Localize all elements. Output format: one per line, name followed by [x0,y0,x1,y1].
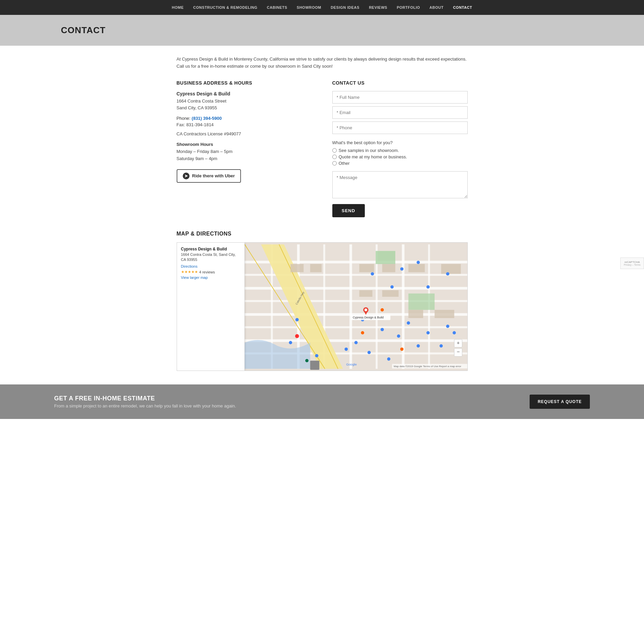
svg-rect-19 [376,251,395,264]
svg-point-48 [387,357,390,361]
nav-item-cabinets[interactable]: CABINETS [262,5,292,9]
svg-point-52 [345,348,348,351]
svg-rect-24 [382,264,395,272]
request-quote-button[interactable]: REQUEST A QUOTE [530,395,590,409]
nav-item-showroom[interactable]: SHOWROOM [292,5,326,9]
intro-text: At Cypress Design & Build in Monterey Co… [177,56,468,70]
radio-quote[interactable] [332,155,337,159]
nav-item-contact[interactable]: CONTACT [448,5,477,9]
svg-rect-28 [382,290,398,296]
nav-item-portfolio[interactable]: PORTFOLIO [392,5,425,9]
footer-left: GET A FREE IN-HOME ESTIMATE From a simpl… [54,395,236,408]
radio-option-other[interactable]: Other [332,161,468,166]
send-button[interactable]: SEND [332,204,365,217]
svg-text:Google: Google [346,362,356,366]
phone-link[interactable]: (831) 394-5900 [192,116,222,121]
page-header: CONTACT [0,15,644,46]
business-section-title: BUSINESS ADDRESS & HOURS [177,80,312,86]
svg-point-33 [371,272,374,275]
right-column: CONTACT US What's the best option for yo… [332,80,468,217]
fullname-input[interactable] [332,91,468,104]
address-line1: 1664 Contra Costa Street [177,98,312,105]
map-section: MAP & DIRECTIONS Cypress Design & Build … [170,227,474,384]
svg-point-35 [426,285,430,289]
main-nav: HOMECONSTRUCTION & REMODELINGCABINETSSHO… [0,0,644,15]
uber-icon: ➤ [183,173,190,179]
svg-rect-23 [359,264,374,272]
message-input[interactable] [332,171,468,198]
directions-link[interactable]: Directions [181,264,198,268]
map-section-title: MAP & DIRECTIONS [177,231,468,237]
map-visual: Google Cabrillo Hwy Cypress Design & Bui… [245,243,467,371]
svg-point-37 [406,321,410,325]
nav-item-reviews[interactable]: REVIEWS [364,5,392,9]
svg-point-32 [417,261,420,264]
footer-title: GET A FREE IN-HOME ESTIMATE [54,395,236,402]
svg-text:−: − [457,349,460,355]
svg-rect-3 [245,287,467,290]
radio-showroom[interactable] [332,148,337,153]
svg-point-38 [426,331,430,334]
svg-point-54 [361,331,364,334]
phone-line: Phone: (831) 394-5900 [177,116,312,121]
svg-rect-20 [408,293,434,310]
recaptcha: reCAPTCHA Privacy – Terms [620,258,644,269]
svg-rect-30 [435,310,454,318]
uber-button[interactable]: ➤ Ride there with Uber [177,169,241,183]
uber-button-label: Ride there with Uber [192,173,235,178]
svg-rect-26 [441,264,461,274]
radio-option-showroom[interactable]: See samples in our showroom. [332,148,468,153]
nav-item-home[interactable]: HOME [167,5,188,9]
hours-title: Showroom Hours [177,142,312,147]
svg-point-49 [295,318,298,321]
contact-section-title: CONTACT US [332,80,468,86]
footer-subtitle: From a simple project to an entire remod… [54,403,236,408]
radio-question: What's the best option for you? [332,140,468,145]
map-stars: ★★★★★ [181,270,198,274]
radio-group: What's the best option for you? See samp… [332,140,468,166]
radio-other-label: Other [339,161,350,166]
svg-point-45 [452,331,456,334]
svg-rect-6 [245,326,467,328]
svg-point-51 [315,354,318,357]
two-col-layout: BUSINESS ADDRESS & HOURS Cypress Design … [177,80,468,217]
svg-rect-71 [310,360,319,370]
radio-option-quote[interactable]: Quote me at my home or business. [332,154,468,159]
footer-banner: GET A FREE IN-HOME ESTIMATE From a simpl… [0,384,644,419]
phone-input[interactable] [332,121,468,134]
svg-point-31 [400,267,403,270]
hours-saturday: Saturday 9am – 4pm [177,155,312,162]
email-input[interactable] [332,106,468,119]
svg-point-43 [417,344,420,348]
svg-rect-25 [408,264,424,272]
svg-point-60 [305,359,309,362]
svg-point-44 [439,344,443,348]
radio-other[interactable] [332,161,337,165]
nav-item-construction---remodeling[interactable]: CONSTRUCTION & REMODELING [188,5,262,9]
business-name: Cypress Design & Build [177,91,312,96]
map-reviews: 4 reviews [199,270,215,274]
svg-point-50 [289,341,292,344]
main-content: At Cypress Design & Build in Monterey Co… [170,46,474,227]
nav-item-design-ideas[interactable]: DESIGN IDEAS [326,5,364,9]
map-info-panel: Cypress Design & Build 1664 Contra Costa… [177,243,245,371]
svg-rect-12 [349,244,352,369]
svg-point-34 [390,285,394,289]
radio-showroom-label: See samples in our showroom. [339,148,399,153]
svg-point-47 [367,351,371,354]
page-title: CONTACT [61,25,644,36]
fax-line: Fax: 831-394-1814 [177,122,312,127]
svg-point-46 [354,341,358,344]
nav-item-about[interactable]: ABOUT [425,5,448,9]
address-line2: Sand City, CA 93955 [177,105,312,112]
phone-label: Phone: [177,116,191,121]
svg-point-53 [380,308,384,311]
svg-rect-29 [408,310,423,318]
hours-weekday: Monday – Friday 8am – 5pm [177,148,312,155]
svg-point-39 [446,325,449,328]
map-address: 1664 Contra Costa St, Sand City, CA 9395… [181,252,240,263]
svg-rect-22 [310,264,321,272]
svg-point-42 [397,334,400,338]
view-larger-map-link[interactable]: View larger map [181,275,240,280]
map-biz-name: Cypress Design & Build [181,247,240,251]
